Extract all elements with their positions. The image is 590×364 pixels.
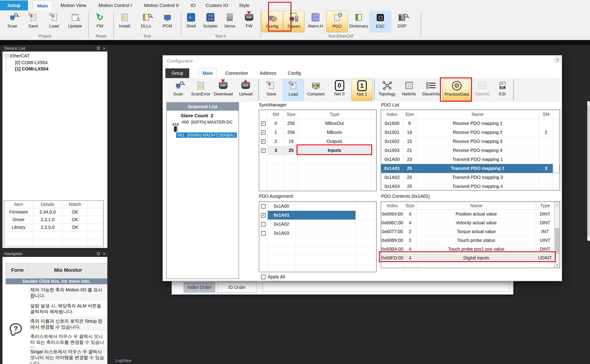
navigator-info-banner[interactable]: Double Click this, for more info. — [6, 278, 107, 284]
column-header[interactable]: Size — [403, 110, 416, 119]
configurator-tab-connection[interactable]: Connection — [221, 68, 253, 78]
table-row[interactable] — [4, 231, 103, 239]
esi-button[interactable]: </>XMLESI — [493, 79, 512, 101]
scanerror-button[interactable]: ⚙ScanError — [189, 79, 212, 101]
syncmanager-row[interactable]: ✓219Outputs — [259, 137, 376, 146]
processdata-button[interactable]: ⚙ProcessData — [442, 79, 471, 101]
pdo-contents-row[interactable]: 0x60B9:002Touch probe statusUINT — [381, 236, 554, 245]
tree-node-comi-0[interactable]: [0] COMI-LX554 — [15, 60, 48, 65]
configurator-tab-main[interactable]: Main — [199, 68, 216, 78]
fw-button[interactable]: DSPFW — [240, 11, 259, 32]
configurator-tab-config[interactable]: Config — [284, 68, 305, 78]
ribbon-tab-motion-control-ii[interactable]: Motion Control II — [139, 0, 184, 10]
servo-button[interactable]: Servo — [220, 11, 240, 32]
table-row[interactable] — [4, 239, 103, 247]
window-close-icon[interactable]: × — [554, 57, 561, 63]
column-header[interactable]: Match — [62, 201, 88, 208]
fw-button[interactable]: ↻FFW — [89, 11, 111, 32]
scan-button[interactable]: Scan — [2, 11, 23, 32]
dsp-button[interactable]: DSPDSP — [391, 11, 413, 32]
navigator-row[interactable]: 축리스트에서 마우스 우 클릭시 모니터 되는 축리스트를 변경할 수 있습니다… — [6, 332, 107, 346]
pin-icon[interactable] — [97, 252, 100, 256]
table-row[interactable]: Driver2,3,1,0OK — [4, 216, 103, 224]
scripter-button[interactable]: ✓=✓=Scripter — [201, 11, 220, 32]
pdo-list-row[interactable]: 0x16009Receive PDO mapping 1 — [381, 119, 560, 128]
pdo-assignment-row[interactable]: 0x1A03 — [259, 229, 376, 238]
pcm-button[interactable]: PCM — [157, 11, 178, 32]
collapse-icon[interactable]: − — [5, 54, 8, 58]
navigator-row[interactable]: Singal 리스트에서 마우스 우 클릭시 모니터 되는 아이템을 변경할 수… — [6, 347, 107, 364]
net-0-button[interactable]: 0Net 0 — [328, 79, 351, 101]
column-header[interactable]: Index — [381, 202, 404, 210]
column-header[interactable]: Type — [298, 110, 371, 119]
index-order-button[interactable]: Index Order — [184, 282, 215, 292]
topology-button[interactable]: Topology — [376, 79, 398, 101]
column-header[interactable]: SM — [267, 110, 285, 119]
dictionary-button[interactable]: Dictionary — [348, 11, 370, 32]
shell-button[interactable]: >_Shell — [181, 11, 201, 32]
checked-checkbox[interactable]: ✓ — [261, 139, 266, 144]
checked-checkbox[interactable]: ✓ — [261, 130, 266, 135]
syncmanager-row[interactable]: ✓325Inputs — [259, 146, 376, 155]
load-button[interactable]: ⚙Load — [44, 11, 65, 32]
column-header[interactable]: Details — [33, 201, 62, 208]
install-button[interactable]: ⚙Install — [114, 11, 135, 32]
id-order-button[interactable]: ID Order — [218, 282, 256, 292]
syncmanager-row[interactable]: ✓1256MBoxIn — [259, 128, 376, 137]
close-icon[interactable]: × — [103, 252, 105, 256]
pdo-contents-row[interactable]: 0x60BA:004Touch probe pos1 pos valueDINT — [381, 245, 554, 254]
dlls-button[interactable]: DLLs — [135, 11, 157, 32]
config-button[interactable]: ⚙Config — [261, 11, 283, 32]
pdo-assignment-row[interactable]: 0x1A00 — [259, 202, 376, 211]
pdo-list-row[interactable]: 0x1A0325Transmit PDO mapping 4 — [381, 182, 560, 191]
screen-right-scrollbar[interactable] — [587, 101, 590, 241]
scan-button[interactable]: Scan — [167, 79, 189, 101]
column-header[interactable]: Item — [4, 201, 33, 208]
unchecked-checkbox[interactable] — [261, 204, 266, 208]
configurator-tab-setup[interactable]: Setup — [165, 68, 189, 78]
slaves-button[interactable]: Slaves — [283, 11, 305, 32]
net-1-button[interactable]: 1Net 1 — [351, 79, 373, 101]
compare-button[interactable]: ABCompare — [304, 79, 328, 101]
pdo-contents-row-highlighted[interactable]: 0x60FD:004Digital inputsUDINT — [381, 254, 554, 262]
mio-monitor-header[interactable]: Mio Monitor — [29, 263, 107, 277]
column-header[interactable]: Name — [416, 110, 540, 119]
navigator-row[interactable]: 제어 가능한 축의 Motion I/O 를 표시합니다. — [6, 285, 107, 300]
ribbon-tab-setup[interactable]: Setup — [0, 0, 28, 10]
pdo-list-row[interactable]: 0x160321Receive PDO mapping 4 — [381, 146, 560, 155]
pdo-contents-row[interactable]: 0x6064:004Position actual valueDINT — [381, 210, 554, 218]
scanned-item-slave[interactable]: #01 [0006h] MADHT1505BA1 — [174, 126, 239, 139]
ribbon-tab-main[interactable]: Main — [33, 0, 52, 11]
column-header[interactable]: Size — [404, 202, 417, 210]
scroll-down-icon[interactable]: ▼ — [554, 262, 560, 268]
column-header[interactable]: Index — [381, 110, 403, 119]
tree-node-ethercat[interactable]: − EtherCAT — [5, 53, 29, 58]
column-header[interactable]: Name — [417, 202, 536, 210]
tree-node-comi-1[interactable]: [1] COMI-LX554 — [15, 66, 48, 72]
navigator-row[interactable]: 알람 발생 시, 해당축의 ALM 버튼을 클릭하여 해제됩니다. — [6, 301, 107, 316]
table-scrollbar[interactable]: ▲▼ — [554, 202, 560, 268]
close-icon[interactable]: × — [103, 46, 105, 51]
pdo-list-row-selected[interactable]: 0x1A0125Transmit PDO mapping 23 — [381, 164, 560, 173]
pdo-list-row[interactable]: 0x1A0023Transmit PDO mapping 1 — [381, 155, 560, 164]
netinfo-button[interactable]: NetInfo — [398, 79, 420, 101]
load-button[interactable]: ⚙Load — [283, 79, 304, 101]
column-header[interactable] — [259, 110, 267, 119]
ribbon-tab-style[interactable]: Style — [234, 0, 254, 10]
table-row[interactable]: Firmware2,44,0,0OK — [4, 208, 103, 216]
pdo-assignment-row[interactable]: 0x1A02 — [259, 220, 376, 229]
column-header[interactable] — [553, 110, 560, 119]
scroll-up-icon[interactable]: ▲ — [554, 202, 560, 207]
ribbon-tab-custom-io[interactable]: Custom IO — [202, 0, 231, 10]
unchecked-checkbox[interactable] — [261, 222, 266, 227]
alarm-h-button[interactable]: ✓=✓=Alarm.H — [305, 11, 326, 32]
column-header[interactable] — [88, 201, 103, 208]
form-column-header[interactable]: Form — [6, 263, 29, 277]
pdo-button[interactable]: PDO — [326, 11, 348, 32]
configurator-tab-address[interactable]: Address — [256, 68, 280, 78]
pdo-list-row[interactable]: 0x1A0225Transmit PDO mapping 3 — [381, 173, 560, 182]
scrollbar-thumb[interactable] — [588, 105, 590, 237]
column-header[interactable]: SM — [539, 110, 553, 119]
pdo-assignment-row-selected[interactable]: ✓0x1A01 — [259, 211, 376, 220]
save-button[interactable]: ⚙Save — [23, 11, 44, 32]
